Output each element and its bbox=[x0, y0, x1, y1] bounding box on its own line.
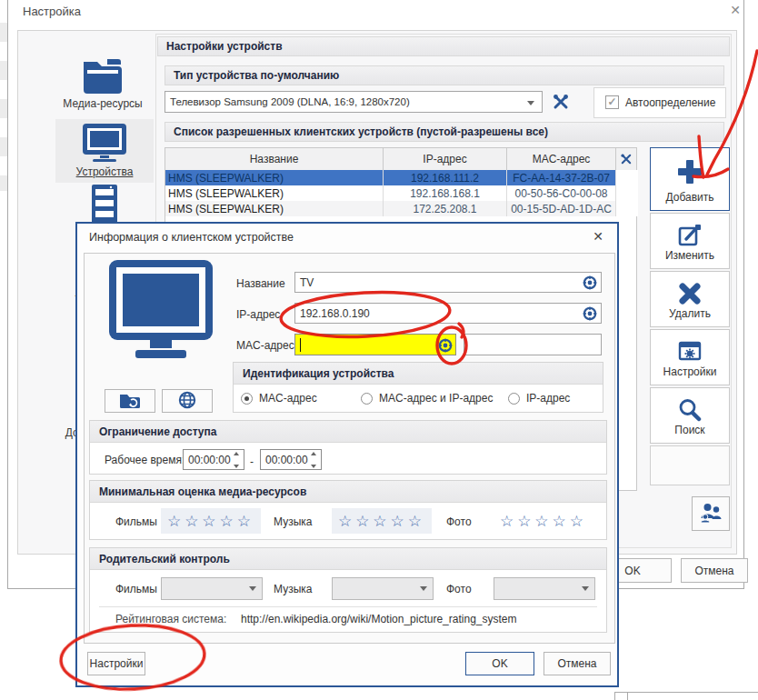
chevron-down-icon bbox=[420, 586, 427, 591]
dialog-ok-label: OK bbox=[492, 657, 507, 670]
parental-group: Родительский контроль Фильмы Музыка Фото… bbox=[89, 547, 607, 633]
background-window-strip bbox=[0, 23, 7, 191]
dialog-settings-label: Настройки bbox=[90, 657, 144, 670]
time-to-input[interactable]: 00:00:00 bbox=[260, 449, 322, 470]
access-header: Ограничение доступа bbox=[90, 421, 606, 443]
delete-icon bbox=[677, 281, 703, 309]
users-icon bbox=[699, 502, 723, 526]
column-header-tools[interactable] bbox=[616, 148, 636, 170]
search-button-label: Поиск bbox=[674, 424, 704, 436]
spinner-arrows[interactable] bbox=[307, 452, 319, 468]
autodetect-checkbox[interactable]: ✓ bbox=[605, 95, 619, 109]
column-header-ip[interactable]: IP-адрес bbox=[384, 148, 507, 170]
dialog-ok-button[interactable]: OK bbox=[465, 652, 534, 675]
device-image-button[interactable] bbox=[105, 389, 155, 413]
radio-icon[interactable] bbox=[508, 393, 520, 405]
folder-icon bbox=[80, 85, 125, 97]
ip-field-value: 192.168.0.190 bbox=[300, 307, 370, 320]
name-field-value: TV bbox=[300, 276, 314, 289]
globe-icon bbox=[178, 391, 196, 412]
table-row[interactable]: HMS (SLEEPWALKER) 172.25.208.1 00-15-5D-… bbox=[165, 201, 638, 216]
edit-button[interactable]: Изменить bbox=[650, 213, 730, 269]
main-ok-label: OK bbox=[624, 565, 640, 577]
name-field-label: Название bbox=[236, 277, 285, 290]
tv-icon bbox=[109, 260, 214, 366]
rating-system-url: http://en.wikipedia.org/wiki/Motion_pict… bbox=[241, 613, 516, 625]
device-type-header: Тип устройства по-умолчанию bbox=[165, 65, 724, 85]
radio-icon[interactable] bbox=[241, 393, 253, 405]
spinner-arrows[interactable] bbox=[230, 452, 242, 468]
mac-field[interactable] bbox=[294, 334, 456, 355]
dialog-cancel-label: Отмена bbox=[557, 657, 596, 670]
delete-button[interactable]: Удалить bbox=[650, 271, 730, 327]
parental-header: Родительский контроль bbox=[90, 548, 606, 570]
time-to-value: 00:00:00 bbox=[265, 454, 308, 466]
target-icon[interactable] bbox=[583, 306, 597, 324]
identification-option-mac-ip[interactable]: MAC-адрес и IP-адрес bbox=[361, 392, 493, 405]
table-row[interactable]: HMS (SLEEPWALKER) 192.168.111.2 FC-AA-14… bbox=[165, 170, 638, 185]
sidebar-item-media[interactable]: Медиа-ресурсы bbox=[46, 56, 159, 110]
target-icon[interactable] bbox=[583, 275, 597, 293]
photo-star-rating[interactable]: ☆☆☆☆☆ bbox=[494, 508, 593, 534]
movies-label: Фильмы bbox=[115, 583, 157, 595]
search-button[interactable]: Поиск bbox=[650, 387, 730, 444]
star-icons: ☆☆☆☆☆ bbox=[167, 512, 254, 530]
star-icons: ☆☆☆☆☆ bbox=[338, 512, 425, 530]
window-gear-icon bbox=[677, 339, 703, 367]
dialog-title: Информация о клиентском устройстве bbox=[89, 231, 294, 244]
settings-button-label: Настройки bbox=[663, 365, 717, 378]
add-button[interactable]: Добавить bbox=[650, 147, 730, 211]
min-rating-group: Минимальная оценка медиа-ресурсов Фильмы… bbox=[89, 480, 607, 540]
chevron-down-icon bbox=[527, 101, 534, 105]
time-from-value: 00:00:00 bbox=[188, 454, 231, 466]
dialog-cancel-button[interactable]: Отмена bbox=[544, 652, 611, 675]
music-rating-select[interactable] bbox=[332, 577, 434, 600]
sidebar-item-devices[interactable]: Устройства bbox=[48, 123, 161, 178]
ip-field-label: IP-адрес bbox=[236, 308, 280, 321]
photo-rating-select[interactable] bbox=[494, 577, 595, 600]
device-type-dropdown[interactable]: Телевизор Samsung 2009 (DLNA, 16:9, 1280… bbox=[165, 91, 543, 113]
time-from-input[interactable]: 00:00:00 bbox=[183, 449, 244, 470]
allowed-list-header: Список разрешенных клиентских устройств … bbox=[165, 122, 724, 142]
dialog-close-icon[interactable]: ✕ bbox=[590, 229, 606, 245]
window-title: Настройка bbox=[23, 5, 81, 18]
radio-icon[interactable] bbox=[361, 393, 373, 405]
main-cancel-button[interactable]: Отмена bbox=[681, 558, 748, 583]
search-icon bbox=[677, 397, 703, 425]
device-settings-button[interactable]: Настройки bbox=[650, 329, 730, 385]
radio-label: IP-адрес bbox=[526, 392, 570, 405]
work-time-label: Рабочее время: bbox=[105, 454, 185, 466]
groups-button[interactable] bbox=[692, 496, 730, 531]
empty-action-slot bbox=[650, 445, 730, 485]
access-group: Ограничение доступа Рабочее время: 00:00… bbox=[89, 420, 607, 475]
target-icon[interactable] bbox=[438, 338, 453, 355]
autodetect-box: ✓ Автоопределение bbox=[593, 87, 726, 118]
device-type-value: Телевизор Samsung 2009 (DLNA, 16:9, 1280… bbox=[170, 96, 410, 107]
name-field[interactable]: TV bbox=[294, 272, 602, 293]
mac-field-secondary[interactable] bbox=[464, 334, 602, 355]
identification-option-ip[interactable]: IP-адрес bbox=[508, 392, 570, 405]
ip-field[interactable]: 192.168.0.190 bbox=[294, 303, 602, 324]
movies-rating-select[interactable] bbox=[161, 577, 263, 600]
monitor-icon bbox=[81, 153, 128, 165]
text-caret bbox=[300, 338, 301, 352]
column-header-name[interactable]: Название bbox=[165, 148, 384, 170]
close-icon[interactable]: ✕ bbox=[727, 2, 743, 18]
music-star-rating[interactable]: ☆☆☆☆☆ bbox=[332, 508, 432, 534]
movies-star-rating[interactable]: ☆☆☆☆☆ bbox=[161, 508, 261, 534]
folder-image-icon bbox=[119, 392, 141, 411]
radio-label: MAC-адрес bbox=[259, 392, 317, 405]
device-web-button[interactable] bbox=[162, 389, 213, 413]
divider bbox=[99, 606, 597, 607]
plus-icon bbox=[675, 157, 704, 189]
column-header-mac[interactable]: MAC-адрес bbox=[507, 148, 616, 170]
table-row[interactable]: HMS (SLEEPWALKER) 192.168.168.1 00-50-56… bbox=[165, 185, 638, 201]
dialog-settings-button[interactable]: Настройки bbox=[87, 652, 145, 675]
screen: Настройка ✕ Медиа-ресурсы Устройства Сер… bbox=[0, 0, 758, 700]
device-type-tools-icon[interactable] bbox=[552, 93, 570, 114]
identification-option-mac[interactable]: MAC-адрес bbox=[241, 392, 317, 405]
identification-header: Идентификация устройства bbox=[234, 363, 603, 385]
photo-label: Фото bbox=[446, 515, 472, 528]
sidebar-item-label: Устройства bbox=[48, 165, 161, 178]
delete-button-label: Удалить bbox=[669, 307, 711, 320]
